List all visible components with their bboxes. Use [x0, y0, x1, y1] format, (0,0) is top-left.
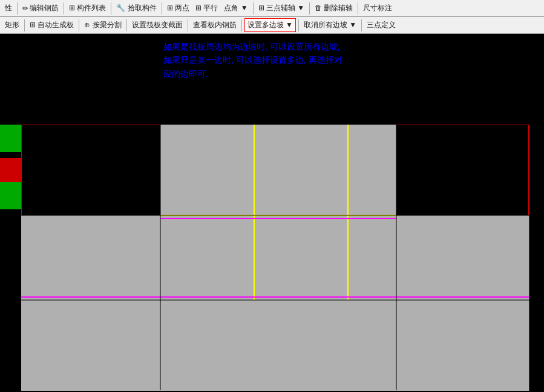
sep5 — [253, 2, 254, 15]
tb1-dimension-btn[interactable]: 尺寸标注 — [361, 2, 395, 15]
sep13 — [298, 19, 299, 31]
sep12 — [241, 19, 242, 31]
tb2-three-point-def-btn[interactable]: 三点定义 — [364, 19, 398, 31]
tb1-delete-aux-btn[interactable]: 🗑 删除辅轴 — [312, 2, 355, 15]
toolbar-1: 性 ✏ 编辑钢筋 ⊞ 构件列表 🔧 拾取构件 ⊞ 两点 ⊞ 平行 点角 ▼ ⊞ … — [0, 0, 544, 17]
sep8 — [24, 19, 25, 31]
sep2 — [64, 2, 64, 15]
info-line3: 应的边即可. — [163, 67, 342, 80]
sep4 — [162, 2, 162, 15]
bar-green-top — [0, 125, 21, 152]
sep6 — [309, 2, 310, 15]
tb2-split-beam-btn[interactable]: ⊕ 按梁分割 — [82, 19, 123, 31]
tb1-edit-rebar-btn[interactable]: ✏ 编辑钢筋 — [20, 2, 61, 15]
info-line2: 如果只是某一边时, 可以选择设置多边, 再选择对 — [163, 53, 342, 67]
tb1-component-list-btn[interactable]: ⊞ 构件列表 — [67, 2, 108, 15]
tb1-pick-component-btn[interactable]: 🔧 拾取构件 — [114, 2, 159, 15]
sep1 — [17, 2, 18, 15]
tb2-auto-slab-btn[interactable]: ⊞ 自动生成板 — [27, 19, 76, 31]
info-line1: 如果是筏板周边均为边坡时, 可以设置所有边坡, — [163, 40, 342, 53]
bar-red — [0, 158, 21, 182]
sep11 — [188, 19, 188, 31]
tb1-three-points-btn[interactable]: ⊞ 三点辅轴 ▼ — [256, 2, 307, 15]
tb2-raft-section-btn[interactable]: 设置筏板变截面 — [129, 19, 185, 31]
edit-icon: ✏ — [22, 4, 28, 13]
tb2-set-multi-slope-btn[interactable]: 设置多边坡 ▼ — [244, 18, 296, 32]
svg-rect-6 — [21, 215, 529, 391]
svg-rect-5 — [160, 125, 396, 215]
grid-area — [21, 125, 529, 391]
sep14 — [361, 19, 362, 31]
toolbar-2: 矩形 ⊞ 自动生成板 ⊕ 按梁分割 设置筏板变截面 查看板内钢筋 设置多边坡 ▼… — [0, 17, 544, 34]
sep10 — [126, 19, 127, 31]
sep3 — [111, 2, 111, 15]
canvas-area[interactable]: 如果是筏板周边均为边坡时, 可以设置所有边坡, 如果只是某一边时, 可以选择设置… — [0, 34, 544, 392]
tb2-rect-btn[interactable]: 矩形 — [2, 19, 22, 31]
tb1-two-points-btn[interactable]: ⊞ 两点 — [165, 2, 192, 15]
info-box: 如果是筏板周边均为边坡时, 可以设置所有边坡, 如果只是某一边时, 可以选择设置… — [163, 40, 342, 80]
tb2-view-rebar-btn[interactable]: 查看板内钢筋 — [191, 19, 239, 31]
tb1-parallel-btn[interactable]: ⊞ 平行 — [193, 2, 220, 15]
bar-green-bottom — [0, 182, 21, 209]
tb2-cancel-slope-btn[interactable]: 取消所有边坡 ▼ — [301, 19, 359, 31]
left-color-bars — [0, 125, 21, 209]
sep9 — [79, 19, 79, 31]
bar-black-mid — [0, 152, 21, 158]
grid-svg — [21, 125, 529, 391]
sep7 — [358, 2, 358, 15]
tb1-property-btn[interactable]: 性 — [2, 2, 15, 15]
tb1-point-angle-btn[interactable]: 点角 ▼ — [221, 2, 250, 15]
